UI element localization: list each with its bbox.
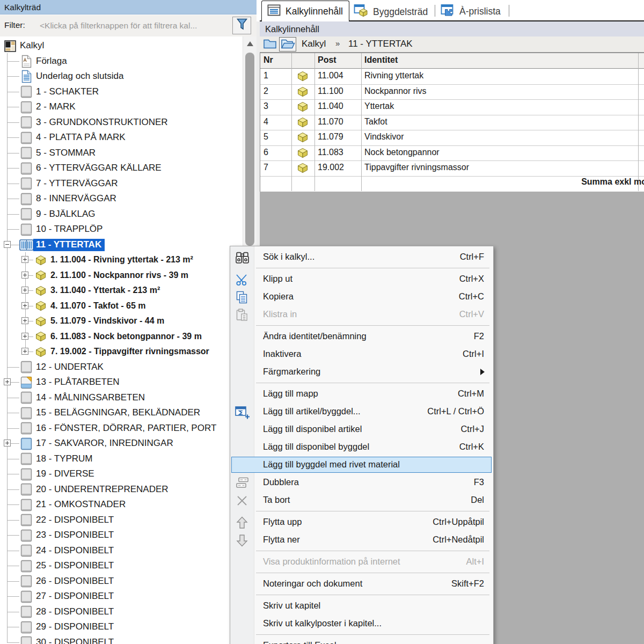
tab-a-prislista[interactable]: À-prislista — [441, 4, 501, 19]
tree-item[interactable]: 6. 11.083 - Nock betongpannor - 39 m — [0, 329, 243, 345]
menu-item[interactable]: Exportera till Excel — [230, 637, 493, 644]
expand-toggle-plus[interactable] — [21, 333, 28, 340]
tree-item[interactable]: 27 - DISPONIBELT — [0, 589, 243, 604]
tab-kalkylinnehall[interactable]: Kalkylinnehåll — [261, 1, 349, 21]
doc-blue-icon — [19, 70, 34, 83]
menu-item[interactable]: Flytta nerCtrl+Nedåtpil — [230, 531, 493, 549]
menu-item[interactable]: Sök i kalkyl...Ctrl+F — [230, 248, 493, 266]
tree-item[interactable]: 1 - SCHAKTER — [0, 84, 243, 100]
table-row[interactable]: 311.040Yttertak — [260, 99, 644, 115]
tree-item[interactable]: 22 - DISPONIBELT — [0, 513, 243, 528]
menu-item-label: Skriv ut kapitel — [263, 601, 320, 611]
tree-item[interactable]: 10 - TRAPPLÖP — [0, 222, 243, 237]
tree-item[interactable]: 19 - DIVERSE — [0, 466, 243, 482]
expand-toggle-plus[interactable] — [4, 378, 11, 385]
tree-item[interactable]: 7 - YTTERVÄGGAR — [0, 176, 243, 192]
tab-byggdelstrad[interactable]: Byggdelsträd — [354, 4, 428, 20]
tree-item[interactable]: 23 - DISPONIBELT — [0, 528, 243, 543]
tree-item[interactable]: 9 - BJÄLKLAG — [0, 207, 243, 222]
menu-item[interactable]: InaktiveraCtrl+I — [230, 346, 493, 363]
sigma-add-icon — [234, 405, 250, 420]
menu-item[interactable]: Noteringar och dokumentSkift+F2 — [230, 575, 493, 593]
menu-item[interactable]: Lägg till byggdel med rivet material — [230, 456, 493, 474]
cell-nr: 5 — [264, 132, 268, 142]
menu-item[interactable]: KopieraCtrl+C — [230, 288, 493, 306]
tree-item[interactable]: 26 - DISPONIBELT — [0, 574, 243, 589]
folder-closed-button[interactable] — [262, 38, 278, 51]
cell-nr: 6 — [264, 148, 268, 157]
tree-item[interactable]: 13 - PLÅTARBETEN — [0, 375, 243, 390]
tree-item-label: 19 - DIVERSE — [36, 469, 94, 479]
column-header-identitet[interactable]: Identitet — [364, 55, 398, 65]
scroll-up-arrow-icon[interactable] — [247, 41, 253, 46]
tree-item[interactable]: 1. 11.004 - Rivning yttertak - 213 m² — [0, 252, 243, 268]
expand-toggle-plus[interactable] — [21, 317, 28, 324]
menu-item[interactable]: Skriv ut kalkylposter i kapitel... — [230, 615, 493, 633]
table-row[interactable]: 719.002Tippavgifter rivningsmassor — [260, 160, 644, 176]
expand-toggle-plus[interactable] — [21, 272, 28, 279]
scrollbar-thumb[interactable] — [245, 53, 254, 246]
menu-item[interactable]: DubbleraF3 — [230, 474, 493, 492]
tree-item[interactable]: 5. 11.079 - Vindskivor - 44 m — [0, 313, 243, 329]
menu-item-label: Lägg till byggdel med rivet material — [263, 459, 400, 470]
folder-open-button[interactable] — [279, 37, 296, 52]
tree-item[interactable]: 15 - BELÄGGNINGAR, BEKLÄDNADER — [0, 405, 243, 421]
cell-identitet: Tippavgifter rivningsmassor — [364, 163, 469, 172]
tree-item[interactable]: 3 - GRUNDKONSTRUKTIONER — [0, 115, 243, 130]
tree-item[interactable]: 3. 11.040 - Yttertak - 213 m² — [0, 283, 243, 298]
tree-item[interactable]: 12 - UNDERTAK — [0, 360, 243, 375]
expand-toggle-plus[interactable] — [21, 287, 28, 294]
tree-item[interactable]: 5 - STOMMAR — [0, 145, 243, 161]
menu-item[interactable]: Ta bortDel — [230, 492, 493, 509]
menu-item[interactable]: Flytta uppCtrl+Uppåtpil — [230, 514, 493, 531]
table-row[interactable]: 511.079Vindskivor — [260, 130, 644, 145]
expand-toggle-plus[interactable] — [4, 440, 11, 447]
menu-item[interactable]: Lägg till artikel/byggdel...Ctrl+L / Ctr… — [230, 403, 493, 421]
menu-item[interactable]: Färgmarkering — [230, 363, 493, 381]
tree-item[interactable]: 4. 11.070 - Takfot - 65 m — [0, 298, 243, 314]
menu-item[interactable]: Ändra identitet/benämningF2 — [230, 328, 493, 346]
tree-item[interactable]: 28 - DISPONIBELT — [0, 604, 243, 620]
tree-item[interactable]: 6 - YTTERVÄGGAR KÄLLARE — [0, 160, 243, 176]
menu-item[interactable]: Klipp utCtrl+X — [230, 270, 493, 288]
expand-toggle-minus[interactable] — [4, 241, 11, 248]
tree-item[interactable]: 7. 19.002 - Tippavgifter rivningsmassor — [0, 344, 243, 360]
tree-item[interactable]: 2 - MARK — [0, 99, 243, 115]
tree-item[interactable]: Underlag och slutsida — [0, 69, 243, 84]
breadcrumb-root[interactable]: Kalkyl — [302, 39, 326, 49]
cube-icon — [297, 132, 308, 145]
menu-item[interactable]: Lägg till disponibel byggdelCtrl+K — [230, 438, 493, 456]
tree-item[interactable]: Kalkyl — [0, 38, 243, 54]
filter-button[interactable] — [232, 17, 251, 34]
tree-item[interactable]: 25 - DISPONIBELT — [0, 558, 243, 574]
tree-item[interactable]: 21 - OMKOSTNADER — [0, 497, 243, 513]
tree-item[interactable]: 29 - DISPONIBELT — [0, 619, 243, 635]
expand-toggle-plus[interactable] — [21, 302, 28, 309]
tree-item[interactable]: 18 - TYPRUM — [0, 451, 243, 467]
table-row[interactable]: 211.100Nockpannor rivs — [260, 84, 644, 100]
tree-item[interactable]: 30 - DISPONIBELT — [0, 635, 243, 644]
tree-item[interactable]: 4 - PLATTA PÅ MARK — [0, 130, 243, 145]
tree-connector-line — [7, 367, 19, 368]
menu-item[interactable]: Lägg till mappCtrl+M — [230, 385, 493, 403]
tree-item[interactable]: 20 - UNDERENTREPRENADER — [0, 482, 243, 497]
tree-item[interactable]: 16 - FÖNSTER, DÖRRAR, PARTIER, PORT — [0, 421, 243, 436]
menu-item[interactable]: Skriv ut kapitel — [230, 597, 493, 615]
expand-toggle-plus[interactable] — [21, 256, 28, 263]
table-row[interactable]: 611.083Nock betongpannor — [260, 145, 644, 161]
tree-item[interactable]: Förlaga — [0, 54, 243, 69]
tree-item[interactable]: 2. 11.100 - Nockpannor rivs - 39 m — [0, 268, 243, 283]
column-header-nr[interactable]: Nr — [264, 55, 273, 65]
tree-item[interactable]: 24 - DISPONIBELT — [0, 543, 243, 559]
tree-item[interactable]: 14 - MÅLNINGSARBETEN — [0, 390, 243, 406]
column-header-post[interactable]: Post — [318, 55, 336, 65]
tree-item[interactable]: 8 - INNERVÄGGAR — [0, 191, 243, 207]
tree-item[interactable]: 11 - YTTERTAK — [0, 237, 243, 253]
expand-toggle-plus[interactable] — [21, 348, 28, 355]
price-window-icon — [441, 4, 455, 19]
menu-item[interactable]: Lägg till disponibel artikelCtrl+J — [230, 421, 493, 438]
table-row[interactable]: 411.070Takfot — [260, 115, 644, 130]
tree-item[interactable]: 17 - SAKVAROR, INREDNINGAR — [0, 436, 243, 451]
filter-input[interactable]: <Klicka på filterknappen för att filtrer… — [40, 21, 197, 31]
table-row[interactable]: 111.004Rivning yttertak — [260, 69, 644, 84]
